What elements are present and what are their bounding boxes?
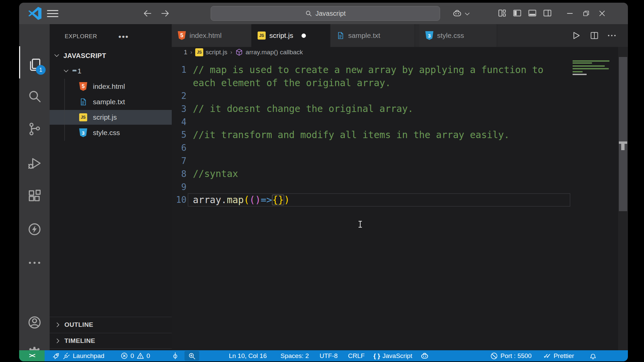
indent-guide [64, 79, 65, 141]
restore-button[interactable] [580, 8, 592, 19]
symbol-class-icon [235, 48, 243, 56]
activity-thunder-client[interactable] [19, 216, 50, 242]
status-cursor-position[interactable]: Ln 10, Col 16 [228, 350, 267, 361]
activity-search[interactable] [19, 83, 50, 109]
explorer-actions-icon[interactable]: ••• [118, 32, 129, 42]
close-button[interactable] [596, 8, 608, 19]
line-number: 6 [172, 143, 186, 153]
activity-more-views[interactable] [19, 250, 50, 276]
activity-source-control[interactable] [19, 116, 50, 142]
minimize-button[interactable] [564, 8, 576, 19]
code-line-1[interactable]: 1// map is used to create a new array by… [172, 63, 628, 76]
blocked-icon [490, 352, 498, 360]
vscode-window: Javascript 1⚙ EXPLORER ••• JAVASCRIPT15i… [19, 3, 628, 361]
panel-outline[interactable]: OUTLINE [50, 317, 172, 333]
status-remote[interactable]: >< [19, 350, 45, 361]
search-value: Javascript [315, 10, 345, 17]
breadcrumb-item[interactable]: JSscript.js [195, 48, 227, 56]
js-icon: JS [195, 48, 203, 56]
warning-icon [137, 352, 144, 360]
nav-forward-button[interactable] [160, 9, 170, 18]
sidebar-header: EXPLORER ••• [50, 32, 172, 42]
code-tokens: //syntax [193, 168, 238, 179]
code-line-7[interactable]: 7 [172, 155, 628, 168]
tab-index-html[interactable]: 5index.html [172, 24, 252, 47]
menu-icon[interactable] [47, 8, 58, 18]
breadcrumb-item[interactable]: array.map() callback [235, 48, 303, 56]
workspace-root[interactable]: JAVASCRIPT [50, 48, 172, 63]
minimap-line [573, 60, 609, 62]
html-icon: 5 [178, 31, 186, 40]
explorer-badge: 1 [36, 65, 46, 75]
command-center-search[interactable]: Javascript [211, 6, 440, 21]
vscode-logo [28, 6, 42, 20]
status-launchpad[interactable]: Launchpad [51, 350, 105, 361]
toggle-sidebar-icon[interactable] [513, 8, 523, 18]
css-icon: 3 [79, 128, 87, 137]
code-line-4[interactable]: 4 [172, 115, 628, 128]
status-live-server-port[interactable]: Port : 5500 [489, 350, 532, 361]
code-tokens: //it transform and modify all items in t… [193, 129, 509, 140]
toggle-panel-icon[interactable] [528, 8, 538, 18]
chevron-down-icon [53, 52, 60, 59]
tab-style-css[interactable]: 3style.css [419, 24, 497, 47]
status-indentation[interactable]: Spaces: 2 [280, 350, 310, 361]
tab-script-js[interactable]: JSscript.js [252, 24, 330, 47]
customize-layout-icon[interactable] [497, 8, 507, 18]
code-line-6[interactable]: 6 [172, 141, 628, 155]
tree-item-style-css[interactable]: 3style.css [50, 125, 172, 140]
code-line-8[interactable]: 8//syntax [172, 167, 628, 180]
breadcrumb: 1›JSscript.js›array.map() callback [172, 47, 628, 58]
scrollbar-thumb[interactable] [619, 57, 627, 211]
copilot-icon [420, 352, 429, 360]
code-line-1-wrap[interactable]: each element of the original array. [172, 76, 628, 89]
activity-extensions[interactable] [19, 183, 50, 209]
nav-back-button[interactable] [143, 9, 152, 18]
txt-icon [336, 31, 344, 40]
code-line-5[interactable]: 5//it transform and modify all items in … [172, 128, 628, 141]
status-problems[interactable]: 00 [120, 350, 151, 361]
minimap[interactable] [573, 59, 618, 106]
editor-scrollbar[interactable] [618, 47, 628, 350]
code-tokens: // map is used to create a new array by … [193, 64, 543, 75]
activity-account[interactable] [19, 309, 50, 336]
panel-timeline[interactable]: TIMELINE [50, 333, 172, 349]
activity-explorer[interactable]: 1 [19, 52, 50, 78]
status-zoom[interactable] [184, 351, 199, 361]
tree-item-sample-txt[interactable]: sample.txt [50, 95, 172, 109]
status-eol[interactable]: CRLF [347, 350, 366, 361]
line-number: 8 [172, 169, 186, 179]
copilot-icon[interactable] [452, 8, 462, 18]
minimap-line [573, 65, 605, 67]
status-prettier[interactable]: ✓✓Prettier [542, 350, 575, 361]
status-language-mode[interactable]: { }JavaScript [373, 350, 413, 361]
code-line-2[interactable]: 2 [172, 89, 628, 103]
code-editor[interactable]: 1// map is used to create a new array by… [172, 58, 628, 350]
tree-item-script-js[interactable]: JSscript.js [50, 110, 172, 125]
status-notifications[interactable] [588, 350, 598, 361]
line-number: 9 [172, 182, 186, 192]
status-bar: ><Launchpad00 Ln 10, Col 16Spaces: 2UTF-… [19, 350, 628, 361]
braces-icon: { } [373, 352, 380, 360]
txt-icon [79, 98, 87, 106]
activity-run-debug[interactable] [19, 150, 50, 176]
code-line-10[interactable]: 10array.map(()=>{}) [172, 193, 628, 206]
modified-dot[interactable] [302, 34, 306, 38]
breadcrumb-item[interactable]: 1 [184, 49, 187, 56]
split-editor-button[interactable] [589, 30, 600, 41]
run-file-button[interactable] [570, 30, 582, 41]
tab-sample-txt[interactable]: sample.txt [330, 24, 415, 47]
code-line-9[interactable]: 9 [172, 180, 628, 193]
minimap-line [573, 74, 587, 75]
status-copilot[interactable] [420, 350, 430, 361]
tree-item-index-html[interactable]: 5index.html [50, 79, 172, 94]
code-tokens: each element of the original array. [193, 77, 391, 88]
status-screencast[interactable] [171, 350, 180, 361]
toggle-secondary-sidebar-icon[interactable] [543, 8, 553, 18]
status-encoding[interactable]: UTF-8 [319, 350, 338, 361]
scrollbar-cursor-artifact [619, 141, 627, 150]
more-actions-button[interactable] [606, 30, 618, 41]
tree-item-1[interactable]: 1 [50, 64, 172, 78]
code-line-3[interactable]: 3// it doesnt change the original array. [172, 102, 628, 115]
editor-group: 5index.htmlJSscript.jssample.txt3style.c… [172, 24, 628, 350]
